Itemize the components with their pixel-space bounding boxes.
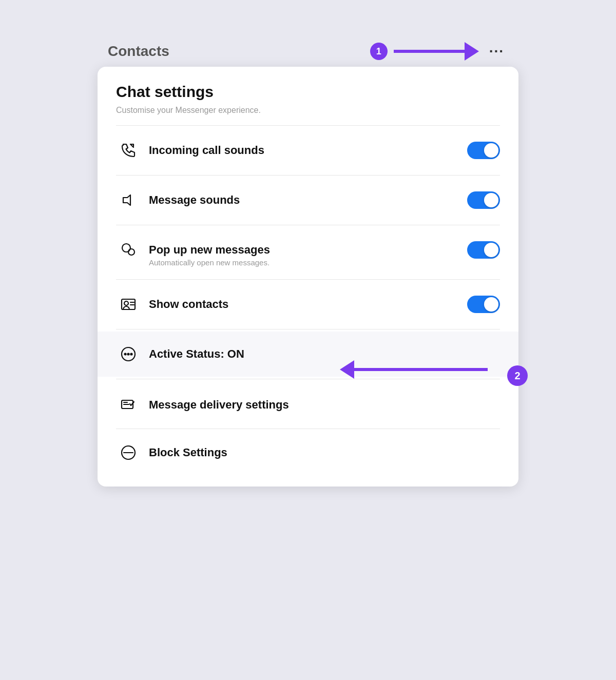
active-status-item[interactable]: Active Status: ON 2	[98, 332, 518, 377]
incoming-call-sounds-item: Incoming call sounds	[116, 128, 500, 173]
svg-point-5	[124, 301, 128, 305]
svg-point-9	[125, 354, 126, 355]
toggle-knob-3	[484, 243, 498, 257]
arrow-left-line	[354, 368, 488, 371]
popup-messages-sub: Automatically open new messages.	[116, 258, 500, 272]
message-sounds-label: Message sounds	[149, 193, 467, 207]
arrow-right-line	[394, 50, 466, 53]
bottom-items: Message delivery settings Block Settings	[116, 381, 500, 474]
speaker-icon	[116, 188, 141, 212]
message-delivery-label: Message delivery settings	[149, 398, 500, 412]
divider-4	[116, 329, 500, 329]
toggle-knob-2	[484, 193, 498, 207]
message-delivery-icon	[116, 393, 141, 417]
contacts-title: Contacts	[108, 43, 169, 60]
incoming-call-sounds-label: Incoming call sounds	[149, 144, 467, 157]
show-contacts-toggle[interactable]	[467, 296, 500, 313]
svg-point-11	[131, 354, 132, 355]
show-contacts-item: Show contacts	[116, 282, 500, 327]
arrow-right	[394, 42, 479, 61]
arrow-right-head	[465, 42, 479, 61]
active-status-label: Active Status: ON	[149, 347, 500, 361]
toggle-knob	[484, 143, 498, 158]
message-delivery-item[interactable]: Message delivery settings	[116, 383, 500, 426]
top-bar: Contacts 1 ···	[98, 41, 518, 67]
popup-messages-toggle[interactable]	[467, 241, 500, 259]
popup-messages-item: Pop up new messages Automatically open n…	[116, 227, 500, 277]
card-subtitle: Customise your Messenger experience.	[116, 106, 500, 115]
svg-point-10	[128, 354, 129, 355]
svg-point-3	[128, 249, 134, 255]
step-1-badge: 1	[370, 43, 388, 60]
block-icon	[116, 440, 141, 465]
block-settings-label: Block Settings	[149, 446, 500, 459]
toggle-knob-4	[484, 297, 498, 312]
divider-6	[116, 429, 500, 429]
card-title: Chat settings	[116, 83, 500, 101]
show-contacts-label: Show contacts	[149, 298, 467, 311]
incoming-call-sounds-toggle[interactable]	[467, 142, 500, 159]
outer-container: Contacts 1 ··· Chat settings Customise y…	[98, 10, 518, 487]
divider-2	[116, 225, 500, 225]
step-2-badge: 2	[507, 365, 528, 386]
message-sounds-item: Message sounds	[116, 178, 500, 223]
divider-1	[116, 175, 500, 176]
phone-incoming-icon	[116, 138, 141, 163]
arrow-left-head	[340, 360, 354, 379]
popup-messages-label: Pop up new messages	[149, 243, 467, 257]
contact-card-icon	[116, 292, 141, 317]
divider-3	[116, 279, 500, 280]
block-settings-item[interactable]: Block Settings	[116, 431, 500, 474]
divider-5	[116, 379, 500, 379]
top-bar-right: 1 ···	[370, 41, 508, 62]
divider-top	[116, 125, 500, 126]
arrow-2-container	[340, 360, 488, 379]
svg-marker-1	[123, 195, 130, 205]
settings-card: Chat settings Customise your Messenger e…	[98, 67, 518, 487]
more-options-button[interactable]: ···	[485, 41, 508, 62]
chat-circle-icon	[116, 342, 141, 366]
message-sounds-toggle[interactable]	[467, 191, 500, 209]
